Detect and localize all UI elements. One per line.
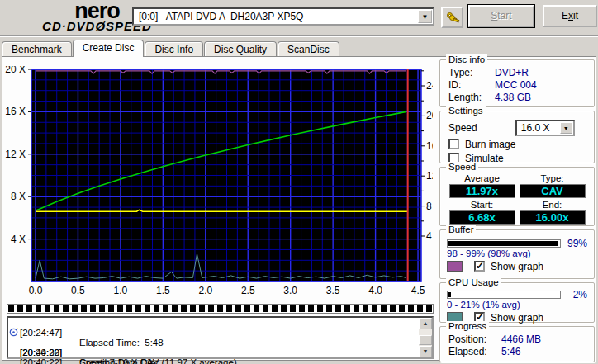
options-button[interactable] (441, 7, 463, 28)
cpu-show-graph-label: Show graph (491, 312, 543, 324)
disc-type-value: DVD+R (495, 67, 529, 79)
log-row: [20:24:47] Elapsed Time: 5:48 (8, 318, 432, 328)
exit-button[interactable]: Exit (543, 5, 597, 27)
y-axis-label-left: 12 X (5, 149, 26, 160)
buffer-show-graph-checkbox[interactable] (474, 261, 485, 272)
scroll-down-button[interactable]: ▼ (419, 346, 432, 357)
tab-create-disc[interactable]: Create Disc (73, 40, 145, 57)
disc-id-value: MCC 004 (495, 79, 537, 92)
x-axis-label: 1.5 (156, 285, 170, 296)
disc-id-label: ID: (448, 79, 495, 92)
y-axis-label-right: 16 (426, 140, 433, 152)
log-row: [20:34:36] Creating Data Disc (8, 328, 432, 338)
speed-select[interactable]: 16.0 X ▼ (515, 120, 575, 136)
burn-image-label: Burn image (465, 139, 515, 150)
position-label: Position: (448, 333, 501, 346)
y-axis-label-left: 8 X (11, 191, 26, 202)
tab-strip: Benchmark Create Disc Disc Info Disc Qua… (2, 40, 340, 57)
burning-disc-icon (9, 328, 18, 337)
disc-type-label: Type: (448, 67, 495, 79)
disc-length-label: Length: (448, 92, 495, 104)
sidebar: Disc info Type: DVD+R ID: MCC 004 Length… (439, 59, 595, 364)
logo-cddvd-text: CD·DVD (42, 19, 95, 33)
end-speed-display: 16.00x (520, 210, 586, 225)
x-axis-label: 2.5 (241, 285, 255, 296)
x-axis-label: 3.0 (283, 285, 297, 296)
disc-info-panel: Disc info Type: DVD+R ID: MCC 004 Length… (439, 59, 595, 107)
y-axis-label-right: 24 (426, 80, 433, 92)
burn-progress-bar (7, 304, 434, 314)
speed-label: Speed (448, 122, 477, 134)
cpu-meter (447, 291, 561, 299)
panel-title: Disc info (446, 54, 487, 64)
buffer-color-swatch (447, 261, 463, 272)
disc-id-row: ID: MCC 004 (440, 79, 594, 92)
elapsed-value: 5:46 (501, 346, 520, 358)
log-row: [20:40:22] Speed:7-16 X CAV (11.97 X ave… (8, 338, 432, 347)
speed-type-label: Type: (517, 173, 587, 184)
tab-scandisc[interactable]: ScanDisc (278, 41, 339, 57)
buffer-range: 98 - 99% (98% avg) (440, 248, 594, 259)
start-button[interactable]: Start (468, 5, 534, 27)
cpu-usage-panel: CPU Usage 2% 0 - 21% (1% avg) Show graph (439, 282, 595, 323)
y-axis-label-left: 4 X (11, 234, 26, 245)
panel-title: CPU Usage (446, 277, 501, 287)
tab-disc-quality[interactable]: Disc Quality (204, 41, 277, 57)
average-speed-label: Average (447, 173, 517, 184)
position-value: 4466 MB (501, 333, 541, 346)
y-axis-label-left: 16 X (5, 106, 26, 117)
elapsed-label: Elapsed: (448, 346, 501, 358)
settings-panel: Settings Speed 16.0 X ▼ Burn image Simul… (439, 111, 595, 163)
disc-type-row: Type: DVD+R (440, 67, 594, 79)
buffer-show-graph-label: Show graph (491, 261, 543, 272)
y-axis-label-right: 4 (426, 230, 432, 242)
x-axis-label: 4.0 (368, 285, 382, 296)
speed-select-dropdown-button[interactable]: ▼ (560, 122, 572, 134)
speed-chart: 20 X16 X12 X8 X4 X24201612840.00.51.01.5… (2, 66, 433, 297)
tab-disc-info[interactable]: Disc Info (145, 41, 203, 57)
log-message: Speed:7-16 X CAV (11.97 X average) (79, 357, 237, 364)
buffer-panel: Buffer 99% 98 - 99% (98% avg) Show graph (439, 229, 595, 279)
cpu-meter-fill (448, 292, 451, 297)
drive-select-dropdown-button[interactable]: ▼ (418, 10, 432, 23)
tab-benchmark[interactable]: Benchmark (2, 41, 72, 57)
log-row: [20:40:22] Elapsed Time: 5:46 (8, 347, 432, 357)
x-axis-label: 1.0 (114, 285, 128, 296)
buffer-percent: 99% (566, 238, 587, 249)
x-axis-label: 4.5 (411, 285, 425, 296)
x-axis-label: 0.5 (71, 285, 85, 296)
disc-length-row: Length: 4.38 GB (440, 92, 594, 104)
panel-title: Settings (446, 106, 486, 116)
start-speed-display: 6.68x (449, 210, 515, 225)
drive-select-value: [0:0] ATAPI DVD A DH20A3P XP5Q (134, 11, 418, 22)
start-speed-label: Start: (447, 200, 517, 210)
panel-title: Speed (446, 162, 478, 172)
end-speed-label: End: (517, 200, 587, 210)
panel-title: Progress (446, 321, 489, 331)
speed-chart-svg: 20 X16 X12 X8 X4 X24201612840.00.51.01.5… (2, 66, 433, 297)
cpu-range: 0 - 21% (1% avg) (440, 300, 594, 310)
log-scrollbar[interactable]: ▲ ▼ (419, 318, 432, 357)
disc-logo-icon: Ø (95, 19, 106, 33)
x-axis-label: 3.5 (326, 285, 340, 296)
log-timestamp: [20:40:22] (20, 357, 62, 364)
speed-panel: Speed Average 11.97x Type: CAV Start: 6.… (439, 167, 595, 226)
keys-icon (445, 10, 460, 25)
burn-image-checkbox[interactable] (448, 139, 459, 149)
x-axis-label: 2.0 (198, 285, 212, 296)
burn-progress-fill (8, 305, 432, 312)
top-toolbar: nero CD·DVDØSPEED [0:0] ATAPI DVD A DH20… (0, 0, 598, 35)
speed-select-value: 16.0 X (517, 122, 560, 134)
scroll-up-button[interactable]: ▲ (419, 318, 432, 329)
status-log[interactable]: [20:24:47] Elapsed Time: 5:48 [20:34:36]… (7, 316, 434, 359)
toolbar-divider (0, 35, 598, 37)
progress-panel: Progress Position: 4466 MB Elapsed: 5:46 (439, 326, 595, 362)
average-speed-display: 11.97x (449, 184, 515, 198)
drive-select[interactable]: [0:0] ATAPI DVD A DH20A3P XP5Q ▼ (132, 7, 434, 26)
y-axis-label-right: 8 (426, 201, 432, 212)
panel-title: Buffer (446, 225, 476, 234)
disc-length-value: 4.38 GB (495, 92, 531, 104)
scrollbar-thumb[interactable] (419, 335, 432, 345)
buffer-meter (447, 239, 561, 248)
speed-type-display: CAV (520, 184, 586, 198)
